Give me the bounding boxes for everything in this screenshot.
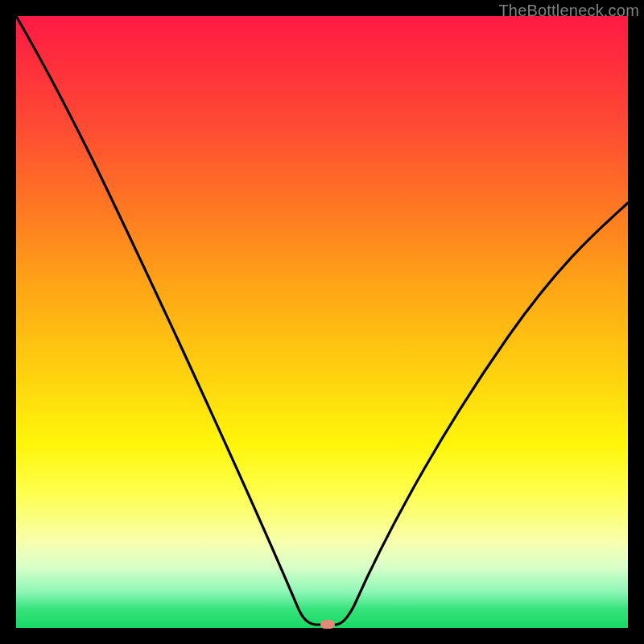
plot-area: [16, 16, 628, 628]
optimal-marker: [320, 620, 335, 629]
watermark-text: TheBottleneck.com: [498, 2, 639, 20]
chart-frame: TheBottleneck.com: [0, 0, 644, 644]
bottleneck-curve: [16, 16, 628, 625]
curve-layer: [16, 16, 628, 628]
